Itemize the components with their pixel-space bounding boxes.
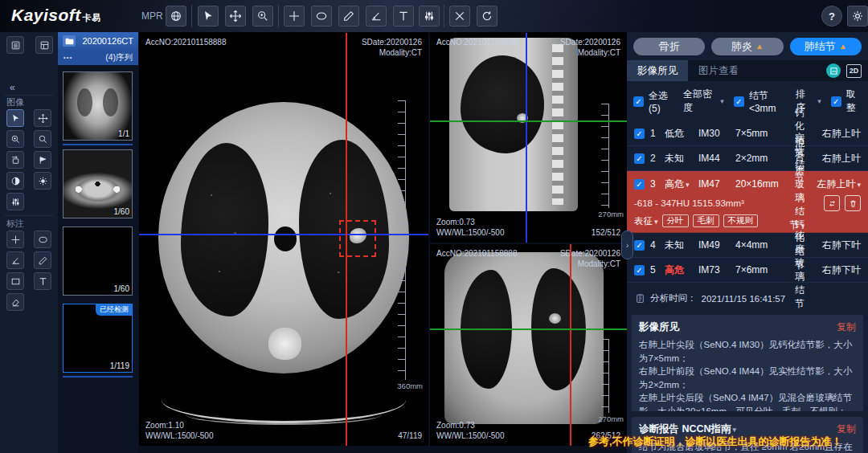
axial-reference-line[interactable] [430, 329, 627, 330]
select-all-label[interactable]: 全选(5) [649, 89, 674, 114]
nodule-row-4[interactable]: ✓ 4 未知 IM49 4×4mm 钙化结节 右肺下叶 [627, 233, 868, 258]
panel-collapse-handle[interactable]: › [621, 231, 633, 259]
window-level-tool-button[interactable] [6, 193, 24, 210]
slice-counter: 47/119 [398, 431, 422, 441]
rectangle-annot-button[interactable] [6, 272, 24, 290]
ellipse-tool-button[interactable] [311, 6, 332, 27]
thumbnail-series-2[interactable]: 1/60 [63, 149, 133, 218]
round-checkbox[interactable]: ✓ [831, 96, 841, 107]
axial-viewport[interactable]: 360mm AccNO:202101158888 SDate:20200126 … [139, 33, 428, 446]
thumbnail-scout[interactable]: 1/1 [63, 71, 133, 141]
nodule-checkbox[interactable]: ✓ [634, 240, 645, 251]
feature-tag[interactable]: 毛刺 [693, 214, 719, 227]
text-annot-button[interactable] [34, 272, 51, 290]
cursor-tool-button[interactable] [198, 6, 219, 27]
nodule-location: 右肺上叶 [809, 152, 861, 165]
coronal-reference-line[interactable] [139, 234, 428, 235]
swap-icon [828, 199, 837, 208]
angle-tool-button[interactable] [366, 6, 387, 27]
mpr-button[interactable] [166, 6, 186, 27]
delete-annotation-button[interactable] [449, 6, 470, 27]
reset-button[interactable] [477, 6, 497, 27]
compare-button[interactable] [824, 195, 840, 211]
cursor-tool-button[interactable] [6, 109, 24, 127]
angle-annot-button[interactable] [6, 251, 24, 269]
thumbnail-count: 1/60 [114, 284, 129, 293]
window-level-tool-button[interactable] [419, 6, 440, 27]
mode-pneumonia[interactable]: 肺炎▲ [711, 38, 783, 55]
sagittal-reference-line[interactable] [570, 244, 571, 446]
tab-image-view[interactable]: 图片查看 [688, 60, 749, 81]
delete-nodule-button[interactable] [845, 195, 861, 211]
nodule-row-1[interactable]: ✓ 1 低危 IM30 7×5mm 钙化结节 右肺上叶 [627, 121, 868, 146]
coronal-reference-line[interactable] [430, 120, 627, 122]
nodule-checkbox[interactable]: ✓ [634, 129, 645, 139]
crosshair-annot-button[interactable] [6, 231, 24, 248]
feature-tag[interactable]: 分叶 [662, 214, 689, 227]
nodule-row-5[interactable]: ✓ 5 高危 IM73 7×6mm 纯磨玻璃结节 右肺下叶 [627, 258, 868, 283]
thumbnail-series-3[interactable]: 1/60 [63, 226, 133, 296]
nodule-row-3-selected[interactable]: ✓ 3 高危▾ IM47 20×16mm 混合磨玻璃结节▾ 左肺上叶▾ -618… [627, 171, 868, 233]
accession-number: AccNO:202101158888 [436, 37, 517, 47]
help-button[interactable]: ? [821, 6, 842, 27]
flip-tool-button[interactable] [34, 151, 51, 169]
imaging-findings-card: 影像所见 复制 右肺上叶尖段（SeNO.4 IM30）见钙化结节影，大小为7×5… [632, 315, 863, 411]
more-icon[interactable]: ••• [63, 54, 72, 61]
pan-tool-button[interactable] [34, 109, 51, 127]
small-nodule-label[interactable]: 结节<3mm [749, 89, 786, 114]
report-image-button[interactable] [826, 63, 841, 78]
study-info: SDate:20200126 Modality:CT [560, 37, 620, 58]
image-icon [829, 67, 838, 76]
nodule-row-2[interactable]: ✓ 2 未知 IM44 2×2mm 实性结节 右肺上叶 [627, 146, 868, 171]
nodule-risk-dropdown[interactable]: 高危▾ [665, 178, 698, 191]
collapse-sidebar-button[interactable]: « [10, 82, 15, 93]
ruler-annot-button[interactable] [34, 251, 51, 269]
crosshair-tool-button[interactable] [284, 6, 305, 27]
zoom-in-tool-button[interactable] [6, 130, 24, 148]
detected-badge: 已经检测 [96, 304, 133, 316]
nodule-checkbox[interactable]: ✓ [634, 179, 645, 190]
tab-imaging-findings[interactable]: 影像所见 [627, 60, 688, 81]
rotate-tool-button[interactable] [6, 151, 24, 169]
series-header[interactable]: 20200126CT [58, 32, 138, 50]
thumbnail-series-4-selected[interactable]: 已经检测 1/119 [63, 304, 133, 373]
guideline-dropdown[interactable]: NCCN指南▾ [682, 423, 736, 435]
nodule-checkbox[interactable]: ✓ [634, 153, 645, 164]
invert-tool-button[interactable] [6, 172, 24, 190]
round-label[interactable]: 取整 [846, 88, 862, 115]
spine-column [552, 44, 563, 205]
brightness-tool-button[interactable] [34, 172, 51, 190]
axial-reference-line[interactable] [526, 33, 527, 243]
series-separator [63, 376, 133, 378]
sagittal-viewport[interactable]: 270mm AccNO:202101158888 SDate:20200126 … [430, 33, 627, 243]
mode-lung-nodule[interactable]: 肺结节▲ [790, 38, 862, 55]
layout-button[interactable] [35, 36, 53, 54]
density-filter[interactable]: 全部密度 [683, 88, 714, 115]
text-icon [38, 276, 48, 287]
nodule-im: IM47 [698, 178, 735, 190]
settings-button[interactable] [847, 6, 868, 27]
mode-fracture[interactable]: 骨折 [633, 38, 705, 55]
ellipse-annot-button[interactable] [34, 231, 51, 248]
chevron-down-icon: ▾ [817, 97, 821, 105]
zoom-tool-button[interactable] [252, 6, 273, 27]
small-nodule-checkbox[interactable]: ✓ [734, 96, 744, 107]
copy-findings-button[interactable]: 复制 [837, 320, 856, 334]
ruler-tool-button[interactable] [338, 6, 359, 27]
magnify-tool-button[interactable] [34, 130, 51, 148]
pan-tool-button[interactable] [225, 6, 246, 27]
feature-tag[interactable]: 不规则 [723, 214, 759, 227]
nodule-checkbox[interactable]: ✓ [634, 265, 645, 275]
select-all-checkbox[interactable]: ✓ [633, 96, 644, 107]
coronal-viewport[interactable]: 270mm AccNO:202101158888 SDate:20200126 … [430, 244, 627, 446]
nodule-roi-box[interactable] [339, 220, 376, 257]
nodule-location-dropdown[interactable]: 左肺上叶▾ [809, 178, 861, 191]
eraser-button[interactable] [6, 293, 24, 311]
2d-view-button[interactable]: 2D [846, 64, 862, 78]
image-tools-label: 图像 [6, 96, 24, 108]
view-settings: Zoom:0.73 WW/WL:1500/-500 [436, 420, 504, 441]
text-tool-button[interactable] [393, 6, 414, 27]
ai-findings-panel: › 骨折 肺炎▲ 肺结节▲ 影像所见 图片查看 2D ✓ 全选(5) 全部密度▾… [627, 32, 868, 453]
feature-label-dropdown[interactable]: 表征▾ [634, 215, 658, 227]
series-list-button[interactable] [6, 36, 24, 54]
